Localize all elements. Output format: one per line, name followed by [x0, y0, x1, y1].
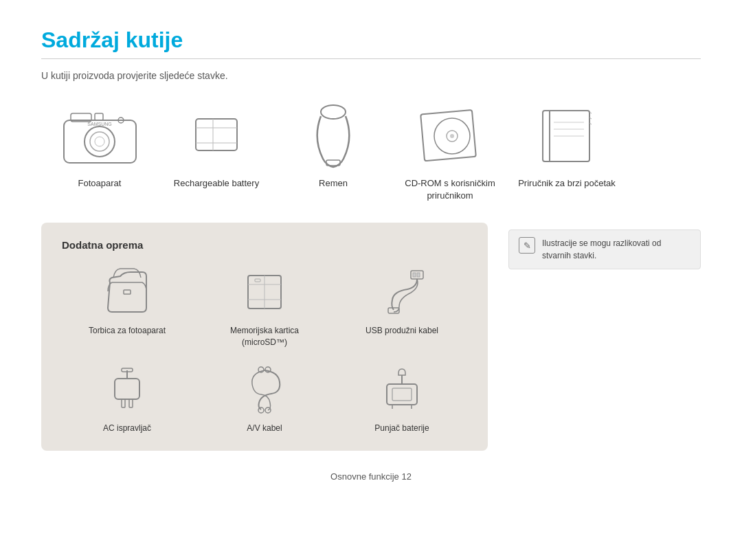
battery-icon: [175, 102, 258, 170]
dodatna-title: Dodatna oprema: [62, 239, 467, 251]
battery-label: Rechargeable battery: [174, 177, 259, 190]
ac-label: AC ispravljač: [103, 423, 151, 434]
bag-icon: [93, 265, 161, 320]
item-cdrom: CD-ROM s korisničkim priručnikom: [392, 102, 508, 202]
memcard-label: Memorijska kartica (microSD™): [230, 325, 299, 348]
svg-rect-46: [392, 388, 412, 401]
svg-point-17: [450, 134, 454, 138]
addon-usb: USB produžni kabel: [337, 265, 467, 348]
manual-icon: [526, 102, 608, 170]
item-camera: SAMSUNG Fotoaparat: [41, 102, 158, 190]
svg-rect-26: [124, 290, 131, 294]
av-label: A/V kabel: [247, 423, 282, 434]
page-subtitle: U kutiji proizvoda provjerite sljedeće s…: [41, 70, 701, 81]
item-manual: Priručnik za brzi početak: [508, 102, 625, 190]
addon-grid: Torbica za fotoaparat Memorijska kartica…: [62, 265, 467, 434]
addon-charger: Punjač baterije: [337, 362, 467, 434]
addon-memcard: Memorijska kartica (microSD™): [199, 265, 330, 348]
svg-rect-45: [387, 384, 417, 405]
addon-ac: AC ispravljač: [62, 362, 192, 434]
item-strap: Remen: [275, 102, 392, 190]
svg-rect-31: [255, 279, 260, 282]
svg-rect-37: [122, 399, 125, 407]
svg-point-43: [258, 407, 264, 413]
note-box: ✎ Ilustracije se mogu razlikovati od stv…: [508, 229, 701, 269]
svg-point-42: [265, 367, 271, 372]
item-battery: Rechargeable battery: [158, 102, 275, 190]
svg-point-3: [95, 137, 104, 146]
page-footer: Osnovne funkcije 12: [41, 471, 701, 482]
main-items-row: SAMSUNG Fotoaparat Rechargeable battery: [41, 102, 701, 202]
svg-rect-34: [417, 273, 420, 277]
strap-label: Remen: [319, 177, 348, 190]
av-icon: [230, 362, 299, 417]
note-icon: ✎: [519, 237, 535, 254]
svg-rect-8: [196, 119, 237, 150]
camera-label: Fotoaparat: [78, 177, 122, 190]
svg-point-1: [85, 126, 115, 157]
charger-label: Punjač baterije: [374, 423, 429, 434]
svg-rect-36: [115, 379, 139, 399]
cdrom-icon: [409, 102, 491, 170]
svg-rect-5: [95, 113, 103, 120]
addon-bag: Torbica za fotoaparat: [62, 265, 192, 348]
svg-point-12: [321, 105, 346, 119]
addon-av: A/V kabel: [199, 362, 330, 434]
svg-point-2: [90, 132, 109, 151]
page-title: Sadržaj kutije: [41, 27, 701, 53]
camera-icon: SAMSUNG: [58, 102, 141, 170]
ac-icon: [93, 362, 161, 417]
bag-label: Torbica za fotoaparat: [89, 325, 166, 337]
svg-rect-38: [129, 399, 133, 407]
dodatna-box: Dodatna oprema Torbica za fo: [41, 223, 488, 450]
svg-rect-33: [413, 273, 416, 277]
manual-label: Priručnik za brzi početak: [518, 177, 616, 190]
note-text: Ilustracije se mogu razlikovati od stvar…: [542, 237, 690, 262]
footer-text: Osnovne funkcije 12: [330, 471, 412, 482]
bottom-section: Dodatna oprema Torbica za fo: [41, 223, 701, 450]
svg-text:SAMSUNG: SAMSUNG: [87, 122, 111, 126]
cdrom-label: CD-ROM s korisničkim priručnikom: [405, 177, 495, 202]
svg-rect-40: [122, 368, 133, 372]
memcard-icon: [230, 265, 299, 320]
usb-label: USB produžni kabel: [366, 325, 438, 337]
charger-icon: [368, 362, 436, 417]
strap-icon: [292, 102, 374, 170]
usb-icon: [368, 265, 436, 320]
